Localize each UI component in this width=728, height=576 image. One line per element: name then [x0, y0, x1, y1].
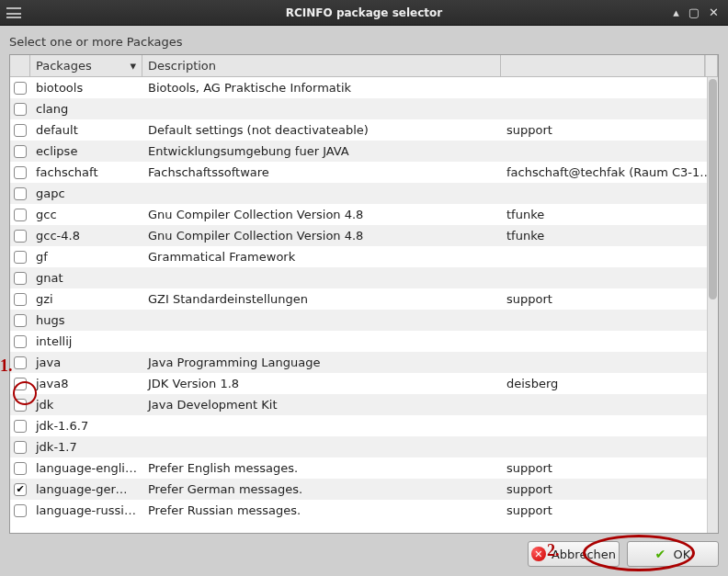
row-package-name: hugs: [30, 313, 142, 327]
table-row[interactable]: clang: [10, 98, 718, 119]
row-checkbox[interactable]: [14, 483, 27, 496]
instruction-text: Select one or more Packages: [9, 35, 719, 49]
row-checkbox[interactable]: [14, 103, 27, 116]
table-row[interactable]: gfGrammatical Framework: [10, 246, 718, 267]
row-maintainer: tfunke: [501, 229, 718, 243]
package-table: Packages ▾ Description biotoolsBiotools,…: [9, 54, 719, 534]
row-package-name: java8: [30, 377, 142, 390]
rollup-icon[interactable]: ▴: [673, 6, 679, 18]
table-row[interactable]: language-englishPrefer English messages.…: [10, 457, 718, 479]
row-checkbox[interactable]: [14, 209, 27, 221]
table-row[interactable]: language-germanPrefer German messages.su…: [10, 479, 718, 500]
dialog-buttons: ✕ Abbrechen ✔ OK: [9, 541, 719, 567]
table-row[interactable]: defaultDefault settings (not deactivatea…: [10, 119, 718, 141]
row-checkbox-cell: [10, 335, 30, 348]
column-header-checkbox[interactable]: [10, 55, 30, 76]
row-checkbox[interactable]: [14, 293, 27, 306]
table-row[interactable]: jdk-1.6.7: [10, 415, 718, 436]
table-row[interactable]: biotoolsBiotools, AG Praktische Informat…: [10, 77, 718, 98]
row-package-name: language-german: [30, 482, 142, 496]
maximize-icon[interactable]: ▢: [688, 6, 700, 18]
table-row[interactable]: gcc-4.8Gnu Compiler Collection Version 4…: [10, 225, 718, 246]
row-package-name: java: [30, 356, 142, 369]
row-checkbox-cell: [10, 166, 30, 179]
cancel-button-label: Abbrechen: [552, 548, 616, 561]
row-maintainer: deisberg: [501, 377, 718, 390]
row-description: Java Development Kit: [142, 398, 501, 412]
cancel-icon: ✕: [531, 547, 546, 561]
row-description: Java Programming Language: [142, 356, 501, 369]
row-package-name: gzi: [30, 292, 142, 306]
row-description: Entwicklungsumgebung fuer JAVA: [142, 144, 501, 158]
row-package-name: jdk-1.7: [30, 440, 142, 454]
vertical-scrollbar[interactable]: [707, 77, 718, 533]
row-checkbox[interactable]: [14, 187, 27, 200]
row-description: Default settings (not deactivateable): [142, 123, 501, 137]
row-checkbox[interactable]: [14, 145, 27, 158]
row-description: Prefer Russian messages.: [142, 503, 501, 517]
row-checkbox[interactable]: [14, 82, 27, 95]
ok-button[interactable]: ✔ OK: [627, 541, 719, 567]
row-checkbox-cell: [10, 356, 30, 369]
row-package-name: language-english: [30, 461, 142, 475]
table-row[interactable]: language-russianPrefer Russian messages.…: [10, 500, 718, 521]
row-description: JDK Version 1.8: [142, 377, 501, 390]
row-checkbox[interactable]: [14, 399, 27, 412]
table-row[interactable]: jdkJava Development Kit: [10, 394, 718, 415]
scrollbar-thumb[interactable]: [709, 79, 717, 299]
row-package-name: language-russian: [30, 503, 142, 517]
row-checkbox[interactable]: [14, 314, 27, 327]
row-description: Grammatical Framework: [142, 250, 501, 264]
column-header-maintainer[interactable]: [501, 55, 705, 76]
row-checkbox[interactable]: [14, 378, 27, 390]
row-maintainer: support: [501, 123, 718, 137]
row-description: Gnu Compiler Collection Version 4.8: [142, 229, 501, 243]
row-checkbox-cell: [10, 230, 30, 243]
table-row[interactable]: hugs: [10, 310, 718, 331]
row-checkbox[interactable]: [14, 251, 27, 264]
row-package-name: gapc: [30, 186, 142, 200]
cancel-button[interactable]: ✕ Abbrechen: [528, 541, 620, 567]
row-maintainer: support: [501, 482, 718, 496]
row-checkbox[interactable]: [14, 230, 27, 243]
row-checkbox[interactable]: [14, 166, 27, 179]
table-row[interactable]: eclipseEntwicklungsumgebung fuer JAVA: [10, 141, 718, 162]
row-checkbox-cell: [10, 462, 30, 475]
row-checkbox-cell: [10, 251, 30, 264]
row-checkbox-cell: [10, 82, 30, 95]
row-checkbox-cell: [10, 420, 30, 433]
row-package-name: clang: [30, 102, 142, 116]
row-checkbox[interactable]: [14, 124, 27, 137]
table-body: biotoolsBiotools, AG Praktische Informat…: [10, 77, 718, 533]
row-checkbox[interactable]: [14, 462, 27, 475]
table-row[interactable]: java8JDK Version 1.8deisberg: [10, 373, 718, 394]
column-header-description-label: Description: [148, 59, 216, 73]
table-row[interactable]: gziGZI Standardeinstellungensupport: [10, 288, 718, 310]
row-checkbox-cell: [10, 124, 30, 137]
app-menu-icon[interactable]: [4, 3, 24, 23]
row-package-name: gf: [30, 250, 142, 264]
table-row[interactable]: gccGnu Compiler Collection Version 4.8tf…: [10, 204, 718, 225]
row-checkbox[interactable]: [14, 272, 27, 285]
table-row[interactable]: gnat: [10, 267, 718, 288]
row-checkbox[interactable]: [14, 335, 27, 348]
row-maintainer: tfunke: [501, 208, 718, 221]
table-row[interactable]: fachschaftFachschaftssoftwarefachschaft@…: [10, 162, 718, 183]
table-row[interactable]: intellij: [10, 331, 718, 352]
row-checkbox[interactable]: [14, 420, 27, 433]
row-checkbox[interactable]: [14, 504, 27, 517]
titlebar[interactable]: RCINFO package selector ▴ ▢ ✕: [0, 0, 728, 26]
close-icon[interactable]: ✕: [709, 6, 719, 18]
column-header-packages[interactable]: Packages ▾: [30, 55, 142, 76]
row-checkbox[interactable]: [14, 441, 27, 454]
row-package-name: gnat: [30, 271, 142, 285]
table-row[interactable]: gapc: [10, 183, 718, 204]
table-row[interactable]: jdk-1.7: [10, 436, 718, 457]
window-title: RCINFO package selector: [0, 6, 728, 19]
row-maintainer: fachschaft@techfak (Raum C3-155): [501, 165, 718, 179]
column-header-description[interactable]: Description: [142, 55, 501, 76]
row-maintainer: support: [501, 292, 718, 306]
row-checkbox[interactable]: [14, 356, 27, 369]
table-row[interactable]: javaJava Programming Language: [10, 352, 718, 373]
table-header: Packages ▾ Description: [10, 55, 718, 77]
